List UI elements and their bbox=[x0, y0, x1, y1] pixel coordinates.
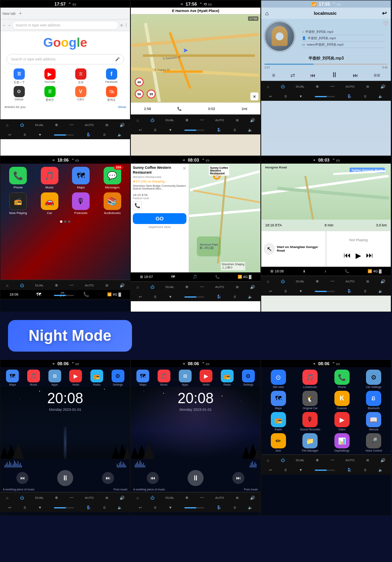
pause-btn[interactable]: ⏸ bbox=[331, 71, 338, 79]
music-home-btn[interactable]: ⌂ bbox=[265, 10, 268, 16]
wave-icon-2[interactable]: 〰 bbox=[200, 118, 204, 122]
night-maps-2[interactable]: 🗺 Maps bbox=[136, 370, 149, 386]
wave-icon-3[interactable]: 〰 bbox=[330, 84, 334, 89]
back-arrow-4[interactable]: ◄ bbox=[52, 158, 55, 162]
home-btn-2[interactable]: ⌂ bbox=[136, 118, 139, 122]
next-btn[interactable]: ⏭ bbox=[353, 72, 358, 78]
add-tab-btn[interactable]: + bbox=[19, 11, 22, 16]
bookmark-icon[interactable]: ☆ bbox=[120, 23, 123, 27]
ac-slider-n2[interactable] bbox=[184, 507, 204, 508]
ac-slider-1[interactable] bbox=[54, 134, 74, 136]
back-icon-2[interactable]: ↩ bbox=[139, 128, 142, 132]
wind-icon-n1[interactable]: ≋ bbox=[105, 496, 108, 500]
grid-360view[interactable]: ⊙ 360 view bbox=[264, 370, 293, 388]
wind-icon-n3[interactable]: ≋ bbox=[366, 458, 369, 462]
grid-maps[interactable]: 🗺 Maps bbox=[264, 391, 293, 410]
night-music-2[interactable]: 🎵 Music bbox=[158, 370, 170, 386]
snow-icon-3[interactable]: ❄ bbox=[316, 84, 319, 89]
power-btn-4[interactable]: ⏻ bbox=[20, 283, 24, 288]
home-btn-n1[interactable]: ⌂ bbox=[6, 496, 8, 500]
power-btn-6[interactable]: ⏻ bbox=[281, 279, 285, 284]
snow-icon-n3[interactable]: ❄ bbox=[316, 458, 319, 462]
night-prev-1[interactable]: ⏮ bbox=[16, 472, 28, 484]
heart-icon[interactable]: ♡ bbox=[383, 20, 388, 27]
night-pause-2[interactable]: ⏸ bbox=[188, 470, 204, 486]
mic-icon[interactable]: 🎤 bbox=[115, 57, 120, 61]
grid-radio[interactable]: 📻 Radio bbox=[264, 412, 293, 431]
wind-icon-2[interactable]: ≋ bbox=[236, 118, 239, 122]
eq-btn[interactable]: ≡≡ bbox=[374, 72, 380, 78]
night-apps-1[interactable]: ⊞ Apps bbox=[48, 370, 61, 386]
vol-down-6[interactable]: 🔈 bbox=[378, 289, 383, 293]
vol-down-5[interactable]: 🔈 bbox=[248, 295, 252, 299]
night-next-2[interactable]: ⏭ bbox=[232, 472, 244, 484]
phone-icon-map[interactable]: 📞 bbox=[177, 107, 182, 111]
vol-icon-4[interactable]: 🔊 bbox=[120, 283, 124, 288]
night-next-1[interactable]: ⏭ bbox=[102, 472, 114, 484]
home-btn-6[interactable]: ⌂ bbox=[267, 279, 269, 284]
shortcut-taobao[interactable]: 🛍 爱淘宝 bbox=[97, 86, 126, 102]
carplay-nowplaying[interactable]: 📻 Now Playing bbox=[4, 192, 33, 215]
grid-bluetooth[interactable]: Ƀ Bluetooth bbox=[359, 391, 389, 410]
vol-icon-2[interactable]: 🔊 bbox=[250, 118, 255, 122]
grid-avin[interactable]: ✏ Avin bbox=[264, 433, 293, 452]
wind-icon-6[interactable]: ≋ bbox=[366, 279, 369, 284]
back-arrow-2[interactable]: ◄ bbox=[180, 2, 183, 6]
vol-down-n2[interactable]: 🔈 bbox=[248, 506, 252, 510]
shortcut-youtube[interactable]: ▶ YouTube bbox=[35, 68, 64, 84]
carplay-car[interactable]: 🚗 Car bbox=[35, 192, 64, 215]
carplay-map-icon[interactable]: 🗺 bbox=[36, 292, 41, 297]
back-icon-5[interactable]: ↩ bbox=[139, 295, 142, 299]
vol-down-1[interactable]: 🔈 bbox=[118, 133, 122, 137]
back-icon-6[interactable]: ↩ bbox=[269, 289, 272, 293]
night-settings-1[interactable]: ⚙ Settings bbox=[112, 370, 124, 386]
music-icon-5[interactable]: 🎵 bbox=[193, 275, 197, 279]
home-btn-1[interactable]: ⌂ bbox=[6, 123, 8, 127]
back-arrow-n3[interactable]: ◄ bbox=[312, 362, 316, 366]
seat-icon-6[interactable]: 💺 bbox=[347, 289, 352, 293]
ac-slider-6[interactable] bbox=[315, 291, 335, 292]
shortcut-baidu[interactable]: 百 百度一下 bbox=[4, 68, 34, 84]
back-arrow-6[interactable]: ◄ bbox=[312, 158, 316, 162]
vol-icon-3[interactable]: 🔊 bbox=[380, 84, 385, 89]
phone-icon-5[interactable]: 📞 bbox=[215, 275, 220, 279]
fwd-btn[interactable]: → bbox=[7, 23, 11, 27]
wind-icon-4[interactable]: ≋ bbox=[105, 283, 108, 288]
carplay-messages[interactable]: 💬 259 Messages bbox=[98, 167, 127, 189]
night-prev-2[interactable]: ⏮ bbox=[147, 472, 159, 484]
tiktok-icon-6[interactable]: ♪ bbox=[324, 269, 326, 273]
back-arrow-5[interactable]: ◄ bbox=[182, 158, 186, 162]
grid-voicecontrol[interactable]: 🎤 Voice Control bbox=[359, 433, 389, 452]
night-radio-2[interactable]: 📻 Radio bbox=[221, 370, 234, 386]
carplay-podcasts[interactable]: 🎙 Podcasts bbox=[66, 192, 96, 215]
show-label[interactable]: Show bbox=[118, 105, 126, 109]
seat-icon-1[interactable]: 💺 bbox=[86, 133, 91, 137]
poi-go-button[interactable]: GO bbox=[133, 213, 186, 224]
home-btn-4[interactable]: ⌂ bbox=[6, 283, 8, 288]
home-btn-n3[interactable]: ⌂ bbox=[267, 458, 269, 462]
track-1[interactable]: ♪半壶纱_刘珂矣.mp3 bbox=[302, 29, 385, 35]
shuffle-btn[interactable]: ⇄ bbox=[290, 72, 295, 78]
wave-icon-n1[interactable]: 〰 bbox=[70, 496, 74, 500]
grid-localmusic[interactable]: 🎵 Localmusic bbox=[296, 370, 325, 388]
home-btn-3[interactable]: ⌂ bbox=[267, 84, 269, 89]
night-pause-1[interactable]: ⏸ bbox=[57, 470, 73, 486]
shortcut-iqiyi[interactable]: 爱 爱奇艺 bbox=[35, 86, 64, 102]
phone-icon-6[interactable]: 📞 bbox=[345, 269, 349, 273]
night-apps-2[interactable]: ⊞ Apps bbox=[179, 370, 192, 386]
night-radio-1[interactable]: 📻 Radio bbox=[90, 370, 103, 386]
wind-icon-3[interactable]: ≋ bbox=[366, 84, 369, 89]
back-icon-1[interactable]: ↩ bbox=[8, 133, 12, 137]
wave-icon-4[interactable]: 〰 bbox=[70, 283, 74, 288]
down-icon-1[interactable]: ▼ bbox=[38, 133, 42, 137]
carplay-audiobooks[interactable]: 📚 Audiobooks bbox=[98, 192, 127, 215]
wave-icon-6[interactable]: 〰 bbox=[330, 279, 334, 284]
power-btn-2[interactable]: ⏻ bbox=[150, 118, 154, 122]
wave-icon-1[interactable]: 〰 bbox=[70, 123, 74, 127]
ac-slider-n1[interactable] bbox=[54, 507, 74, 508]
seat-n2[interactable]: 💺 bbox=[217, 506, 221, 510]
snow-icon-6[interactable]: ❄ bbox=[316, 279, 319, 284]
down-icon-5[interactable]: ▼ bbox=[169, 295, 172, 299]
seat-icon-5[interactable]: 💺 bbox=[217, 295, 221, 299]
power-btn-n3[interactable]: ⏻ bbox=[281, 458, 285, 462]
